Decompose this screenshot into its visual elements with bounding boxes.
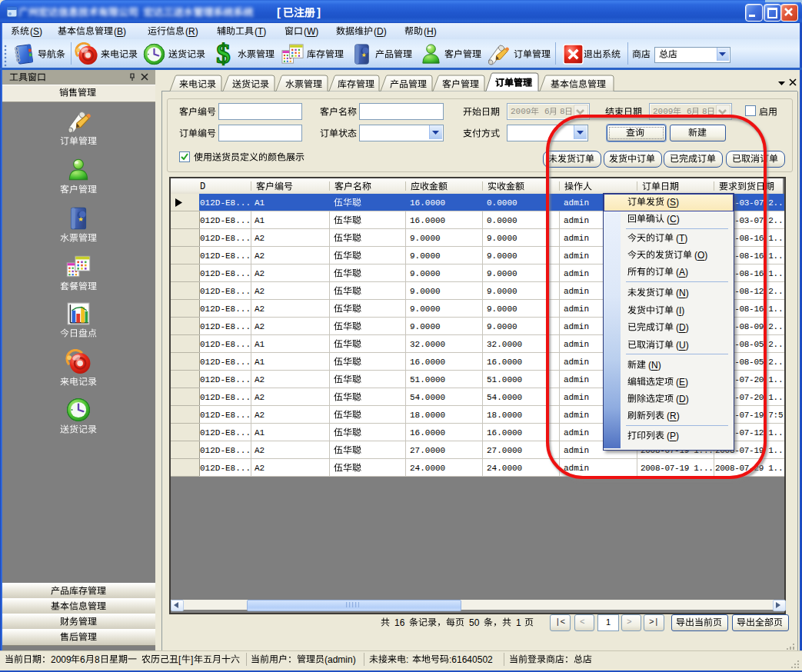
svg-text:$: $ [216,42,230,66]
